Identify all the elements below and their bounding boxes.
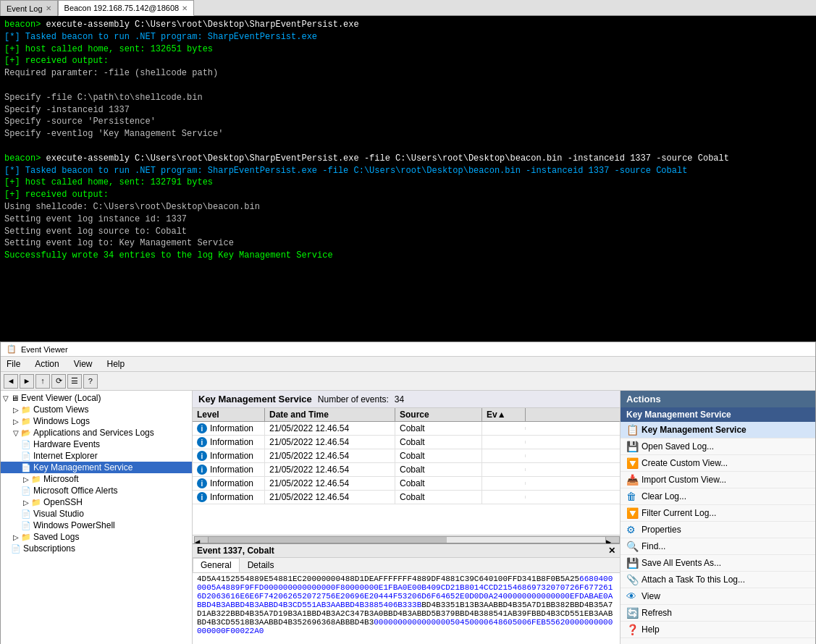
table-row[interactable]: iInformation 21/05/2022 12.46.54 Cobalt bbox=[193, 463, 620, 477]
ev-cell-dt-4: 21/05/2022 12.46.54 bbox=[265, 477, 395, 490]
table-row[interactable]: iInformation 21/05/2022 12.46.54 Cobalt bbox=[193, 491, 620, 504]
tree-item-win-powershell[interactable]: 📄 Windows PowerShell bbox=[1, 520, 192, 531]
th-datetime[interactable]: Date and Time bbox=[265, 408, 395, 421]
tab-event-log[interactable]: Event Log ✕ bbox=[0, 0, 58, 16]
terminal-line-3: [+] received output: bbox=[4, 55, 812, 67]
ev-detail-header: Event 1337, Cobalt ✕ bbox=[193, 544, 620, 558]
terminal-line-13: [+] host called home, sent: 132791 bytes bbox=[4, 177, 812, 189]
info-icon-1: i bbox=[197, 437, 207, 447]
table-row[interactable]: iInformation 21/05/2022 12.46.54 Cobalt bbox=[193, 422, 620, 436]
action-item-clear-log[interactable]: 🗑 Clear Log... bbox=[621, 488, 815, 505]
detail-tab-details[interactable]: Details bbox=[240, 558, 282, 572]
ev-cell-ev-0 bbox=[482, 427, 526, 430]
tree-toggle-openssh[interactable]: ▷ bbox=[21, 499, 31, 507]
table-row[interactable]: iInformation 21/05/2022 12.46.54 Cobalt bbox=[193, 449, 620, 463]
tree-root-icon: 🖥 bbox=[11, 394, 19, 402]
tab-beacon[interactable]: Beacon 192.168.75.142@18608 ✕ bbox=[58, 0, 195, 16]
ev-cell-src-1: Cobalt bbox=[395, 436, 482, 449]
toolbar-forward[interactable]: ▶ bbox=[20, 374, 34, 389]
tree-toggle-saved-logs[interactable]: ▷ bbox=[11, 533, 21, 541]
ev-table-header: Level Date and Time Source Ev▲ bbox=[193, 408, 620, 422]
tree-label-kms: Key Management Service bbox=[33, 462, 133, 473]
tree-label-hardware: Hardware Events bbox=[33, 439, 100, 449]
action-label-kms: Key Management Service bbox=[642, 425, 746, 435]
tree-icon-microsoft: 📁 bbox=[31, 475, 41, 484]
terminal-line-18: Setting event log to: Key Management Ser… bbox=[4, 237, 812, 250]
tree-toggle-custom-views[interactable]: ▷ bbox=[11, 406, 21, 414]
action-item-attach-task[interactable]: 📎 Attach a Task To this Log... bbox=[621, 572, 815, 588]
tree-label-app-services: Applications and Services Logs bbox=[33, 428, 154, 438]
menu-view[interactable]: View bbox=[71, 358, 96, 370]
terminal-line-9: Specify -eventlog 'Key Management Servic… bbox=[4, 128, 812, 140]
ev-cell-ev-2 bbox=[482, 454, 526, 457]
th-ev[interactable]: Ev▲ bbox=[482, 408, 526, 421]
terminal-line-4: Required paramter: -file (shellcode path… bbox=[4, 67, 812, 80]
terminal-line-11: beacon> execute-assembly C:\Users\root\D… bbox=[4, 153, 812, 165]
table-row[interactable]: iInformation 21/05/2022 12.46.54 Cobalt bbox=[193, 477, 620, 491]
tree-root-toggle[interactable]: ▽ bbox=[1, 394, 11, 402]
tree-icon-kms: 📄 bbox=[21, 463, 31, 473]
ev-actions-section-title: Key Management Service bbox=[621, 407, 815, 422]
ev-table-body: iInformation 21/05/2022 12.46.54 Cobalt … bbox=[193, 422, 620, 535]
terminal-prompt-0: beacon> bbox=[4, 20, 46, 30]
action-icon-kms: 📋 bbox=[626, 424, 638, 436]
menu-file[interactable]: File bbox=[4, 358, 23, 370]
action-item-create-custom-view[interactable]: 🔽 Create Custom View... bbox=[621, 455, 815, 472]
tree-item-subscriptions[interactable]: 📄 Subscriptions bbox=[1, 543, 192, 554]
ev-log-header: Key Management Service Number of events:… bbox=[193, 391, 620, 408]
ev-title-text: Event Viewer bbox=[21, 345, 68, 354]
action-item-refresh[interactable]: 🔄 Refresh bbox=[621, 605, 815, 622]
tree-root[interactable]: ▽ 🖥 Event Viewer (Local) bbox=[1, 392, 192, 404]
action-item-properties[interactable]: ⚙ Properties bbox=[621, 522, 815, 538]
tree-toggle-microsoft[interactable]: ▷ bbox=[21, 475, 31, 483]
toolbar-refresh[interactable]: ⟳ bbox=[51, 374, 66, 389]
tree-toggle-windows-logs[interactable]: ▷ bbox=[11, 418, 21, 425]
toolbar-details[interactable]: ☰ bbox=[67, 374, 82, 389]
scrollbar-right-arrow[interactable]: ▶ bbox=[605, 536, 620, 543]
ev-cell-dt-2: 21/05/2022 12.46.54 bbox=[265, 449, 395, 462]
ev-detail-panel: Event 1337, Cobalt ✕ General Details 4D5… bbox=[193, 543, 620, 644]
tab-beacon-close[interactable]: ✕ bbox=[182, 4, 188, 12]
th-level[interactable]: Level bbox=[193, 408, 265, 421]
toolbar-back[interactable]: ◀ bbox=[4, 374, 18, 389]
action-item-open-saved-log[interactable]: 💾 Open Saved Log... bbox=[621, 438, 815, 455]
tree-item-hardware-events[interactable]: 📄 Hardware Events bbox=[1, 438, 192, 450]
action-item-save-all[interactable]: 💾 Save All Events As... bbox=[621, 555, 815, 572]
tree-item-key-management[interactable]: 📄 Key Management Service bbox=[1, 462, 192, 473]
action-item-find[interactable]: 🔍 Find... bbox=[621, 538, 815, 555]
tree-item-openssh[interactable]: ▷ 📁 OpenSSH bbox=[1, 496, 192, 508]
toolbar-up[interactable]: ↑ bbox=[35, 374, 50, 389]
tree-item-ms-office[interactable]: 📄 Microsoft Office Alerts bbox=[1, 485, 192, 496]
ev-detail-close[interactable]: ✕ bbox=[608, 546, 615, 556]
detail-tab-general[interactable]: General bbox=[193, 558, 240, 572]
ev-scrollbar-h[interactable]: ◀ ▶ bbox=[193, 535, 620, 543]
ev-actions-title: Actions bbox=[621, 391, 815, 407]
action-item-kms[interactable]: 📋 Key Management Service bbox=[621, 422, 815, 438]
th-source[interactable]: Source bbox=[395, 408, 482, 421]
action-item-filter-log[interactable]: 🔽 Filter Current Log... bbox=[621, 505, 815, 522]
tab-event-log-close[interactable]: ✕ bbox=[46, 4, 51, 12]
tree-item-saved-logs[interactable]: ▷ 📁 Saved Logs bbox=[1, 531, 192, 543]
action-item-import-view[interactable]: 📥 Import Custom View... bbox=[621, 472, 815, 488]
table-row[interactable]: iInformation 21/05/2022 12.46.54 Cobalt bbox=[193, 436, 620, 449]
tree-item-app-services-logs[interactable]: ▽ 📂 Applications and Services Logs bbox=[1, 427, 192, 438]
tree-item-custom-views[interactable]: ▷ 📁 Custom Views bbox=[1, 404, 192, 415]
action-icon-create-view: 🔽 bbox=[626, 457, 638, 469]
tree-item-internet-explorer[interactable]: 📄 Internet Explorer bbox=[1, 450, 192, 462]
menu-action[interactable]: Action bbox=[32, 358, 62, 370]
toolbar-help[interactable]: ? bbox=[83, 374, 98, 389]
tree-label-subscriptions: Subscriptions bbox=[23, 543, 75, 554]
action-label-refresh: Refresh bbox=[642, 608, 672, 618]
menu-help[interactable]: Help bbox=[104, 358, 128, 370]
scrollbar-thumb[interactable] bbox=[209, 537, 447, 543]
action-item-view[interactable]: 👁 View bbox=[621, 588, 815, 605]
tree-toggle-app-services[interactable]: ▽ bbox=[11, 429, 21, 437]
scrollbar-left-arrow[interactable]: ◀ bbox=[194, 536, 209, 543]
ev-menubar: File Action View Help bbox=[1, 357, 815, 372]
terminal-line-14: [+] received output: bbox=[4, 189, 812, 201]
tree-item-windows-logs[interactable]: ▷ 📁 Windows Logs bbox=[1, 415, 192, 427]
action-item-help[interactable]: ❓ Help bbox=[621, 622, 815, 638]
tree-item-microsoft[interactable]: ▷ 📁 Microsoft bbox=[1, 473, 192, 485]
tree-item-visual-studio[interactable]: 📄 Visual Studio bbox=[1, 508, 192, 520]
tree-label-saved-logs: Saved Logs bbox=[33, 532, 79, 542]
